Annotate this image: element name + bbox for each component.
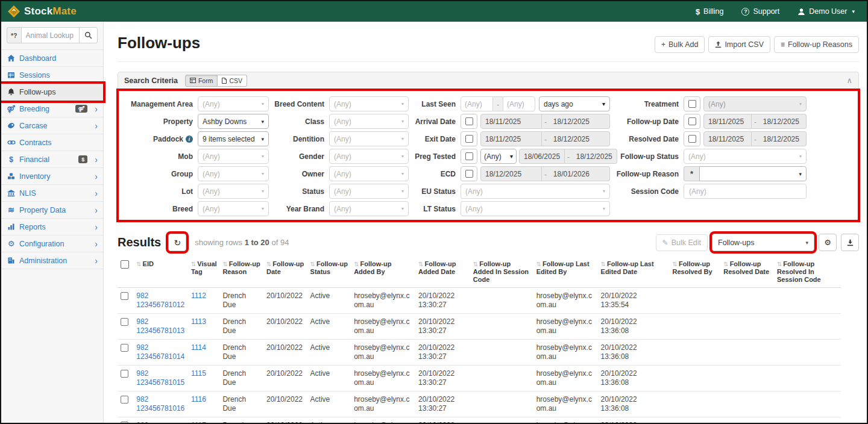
eid-link[interactable]: 982 123456781016 xyxy=(136,395,184,413)
bulk-edit-button[interactable]: ✎ Bulk Edit xyxy=(656,234,708,251)
sidebar-item-carcase[interactable]: Carcase › xyxy=(1,117,103,134)
treatment-select[interactable]: (Any)▾ xyxy=(703,96,807,111)
owner-select[interactable]: (Any)▾ xyxy=(329,166,409,181)
visual-tag-link[interactable]: 1113 xyxy=(191,317,206,326)
select-all-checkbox[interactable] xyxy=(121,260,129,269)
row-checkbox[interactable] xyxy=(121,370,128,378)
import-csv-button[interactable]: Import CSV xyxy=(708,36,770,53)
session-code-input[interactable] xyxy=(684,184,807,199)
sidebar-item-property-data[interactable]: ≋ Property Data › xyxy=(1,202,103,219)
form-toggle-button[interactable]: Form xyxy=(185,75,218,87)
col-header-visual-tag[interactable]: ⇅Visual Tag xyxy=(188,258,219,288)
arrival-date-to-input[interactable]: 18/12/2025 xyxy=(549,114,610,129)
group-select[interactable]: (Any)▾ xyxy=(198,166,269,181)
sidebar-item-inventory[interactable]: Inventory › xyxy=(1,168,103,185)
col-header-follow-up-last-edited-date[interactable]: ⇅Follow-up Last Edited Date xyxy=(598,258,670,288)
lot-select[interactable]: (Any)▾ xyxy=(198,184,269,199)
brand[interactable]: StockMate xyxy=(6,4,77,19)
ecd-to-input[interactable]: 18/01/2026 xyxy=(549,166,610,181)
col-header-follow-up-date[interactable]: ⇅Follow-up Date xyxy=(263,258,307,288)
sidebar-item-contracts[interactable]: Contracts xyxy=(1,134,103,151)
property-select[interactable]: Ashby Downs▾ xyxy=(198,114,269,129)
sidebar-item-dashboard[interactable]: Dashboard xyxy=(1,50,103,67)
ecd-checkbox[interactable] xyxy=(461,166,477,181)
last-seen-to-input[interactable]: (Any) xyxy=(503,96,535,111)
table-settings-button[interactable]: ⚙ xyxy=(819,234,837,251)
follow-up-date-from-input[interactable]: 18/11/2025 xyxy=(703,114,752,129)
exit-date-from-input[interactable]: 18/11/2025 xyxy=(480,131,542,146)
resolved-date-from-input[interactable]: 18/11/2025 xyxy=(703,131,752,146)
results-view-select[interactable]: Follow-ups ▾ xyxy=(712,234,814,251)
last-seen-unit-select[interactable]: days ago▾ xyxy=(539,96,610,111)
resolved-date-checkbox[interactable] xyxy=(684,131,700,146)
eid-link[interactable]: 982 123456781015 xyxy=(136,369,184,387)
preg-tested-from-input[interactable]: 18/06/2025 xyxy=(519,149,565,164)
col-header-follow-up-status[interactable]: ⇅Follow-up Status xyxy=(307,258,351,288)
col-header-follow-up-added-by[interactable]: ⇅Follow-up Added By xyxy=(351,258,415,288)
breed-content-select[interactable]: (Any)▾ xyxy=(329,96,409,111)
sidebar-item-administration[interactable]: Administration › xyxy=(1,252,103,269)
follow-up-reason-select[interactable]: ▾ xyxy=(699,166,807,181)
visual-tag-link[interactable]: 1116 xyxy=(191,395,206,404)
col-header-follow-up-resolved-by[interactable]: ⇅Follow-up Resolved By xyxy=(670,258,721,288)
lt-status-select[interactable]: (Any)▾ xyxy=(461,201,610,216)
eid-link[interactable]: 982 123456781014 xyxy=(136,343,184,361)
lookup-search-button[interactable] xyxy=(80,27,98,43)
sidebar-item-financial[interactable]: $ Financial $ › xyxy=(1,151,103,168)
eu-status-select[interactable]: (Any)▾ xyxy=(461,184,610,199)
bulk-add-button[interactable]: + Bulk Add xyxy=(655,36,705,53)
follow-up-date-to-input[interactable]: 18/12/2025 xyxy=(759,114,807,129)
management-area-select[interactable]: (Any)▾ xyxy=(198,96,269,111)
treatment-checkbox[interactable] xyxy=(684,96,700,111)
eid-link[interactable]: 982 123456781013 xyxy=(136,317,184,335)
gender-select[interactable]: (Any)▾ xyxy=(329,149,409,164)
sidebar-item-sessions[interactable]: Sessions xyxy=(1,67,103,84)
sidebar-item-breeding[interactable]: ⚤ Breeding ⚤ › xyxy=(1,101,103,117)
csv-toggle-button[interactable]: CSV xyxy=(218,75,247,87)
dentition-select[interactable]: (Any)▾ xyxy=(329,131,409,146)
col-header-follow-up-resolved-in-session-code[interactable]: ⇅Follow-up Resolved In Session Code xyxy=(774,258,841,288)
arrival-date-from-input[interactable]: 18/11/2025 xyxy=(480,114,542,129)
follow-up-status-select[interactable]: (Any)▾ xyxy=(684,149,807,164)
lookup-wildcard-button[interactable]: *? xyxy=(7,27,21,43)
sidebar-item-nlis[interactable]: NLIS › xyxy=(1,185,103,202)
year-brand-select[interactable]: (Any)▾ xyxy=(329,201,409,216)
eid-link[interactable]: 982 123456781012 xyxy=(136,292,184,309)
exit-date-checkbox[interactable] xyxy=(461,131,477,146)
download-button[interactable] xyxy=(841,234,859,251)
billing-menu[interactable]: $ Billing xyxy=(696,7,724,16)
sidebar-item-follow-ups[interactable]: Follow-ups xyxy=(1,84,103,101)
ecd-from-input[interactable]: 18/12/2025 xyxy=(480,166,542,181)
exit-date-to-input[interactable]: 18/12/2025 xyxy=(549,131,610,146)
user-menu[interactable]: Demo User ▾ xyxy=(797,7,855,16)
status-select[interactable]: (Any)▾ xyxy=(329,184,409,199)
col-header-follow-up-added-in-session-code[interactable]: ⇅Follow-up Added In Session Code xyxy=(470,258,533,288)
row-checkbox[interactable] xyxy=(121,344,128,352)
collapse-panel-button[interactable]: ∧ xyxy=(846,76,852,85)
last-seen-from-input[interactable]: (Any) xyxy=(461,96,493,111)
arrival-date-checkbox[interactable] xyxy=(461,114,477,129)
row-checkbox[interactable] xyxy=(121,292,128,300)
col-header-follow-up-added-date[interactable]: ⇅Follow-up Added Date xyxy=(415,258,470,288)
row-checkbox[interactable] xyxy=(121,318,128,326)
mob-select[interactable]: (Any)▾ xyxy=(198,149,269,164)
visual-tag-link[interactable]: 1112 xyxy=(191,292,206,300)
class-select[interactable]: (Any)▾ xyxy=(329,114,409,129)
col-header-follow-up-last-edited-by[interactable]: ⇅Follow-up Last Edited By xyxy=(533,258,598,288)
breed-select[interactable]: (Any)▾ xyxy=(198,201,269,216)
preg-tested-checkbox[interactable] xyxy=(461,149,477,164)
sidebar-item-configuration[interactable]: ⚙ Configuration › xyxy=(1,235,103,252)
sidebar-item-reports[interactable]: Reports › xyxy=(1,219,103,235)
preg-tested-any-select[interactable]: (Any)▾ xyxy=(480,149,517,164)
animal-lookup-input[interactable] xyxy=(21,27,80,43)
col-header-follow-up-resolved-date[interactable]: ⇅Follow-up Resolved Date xyxy=(720,258,774,288)
resolved-date-to-input[interactable]: 18/12/2025 xyxy=(759,131,807,146)
col-header-eid[interactable]: ⇅EID xyxy=(133,258,188,288)
visual-tag-link[interactable]: 1114 xyxy=(191,343,206,352)
eid-link[interactable]: 982 123456781017 xyxy=(136,421,184,423)
paddock-select[interactable]: 9 items selected▾ xyxy=(198,131,269,146)
visual-tag-link[interactable]: 1117 xyxy=(191,421,206,423)
follow-up-date-checkbox[interactable] xyxy=(684,114,700,129)
col-header-follow-up-reason[interactable]: ⇅Follow-up Reason xyxy=(219,258,263,288)
follow-up-reasons-button[interactable]: ≡ Follow-up Reasons xyxy=(774,36,859,53)
